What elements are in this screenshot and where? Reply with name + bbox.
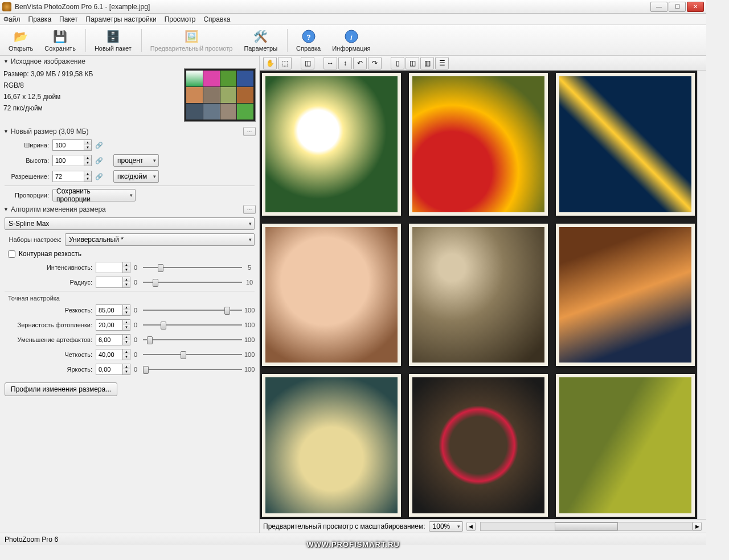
crisp-label: Четкость: bbox=[5, 351, 92, 358]
layout-1-icon[interactable]: ▯ bbox=[391, 57, 404, 69]
sharp-label: Резкость: bbox=[5, 307, 92, 314]
radius-label: Радиус: bbox=[5, 279, 92, 286]
res-input[interactable] bbox=[52, 171, 84, 182]
options-button[interactable]: … bbox=[243, 205, 256, 214]
params-button[interactable]: 🛠️Параметры bbox=[239, 27, 282, 53]
crisp-input[interactable] bbox=[96, 349, 123, 360]
source-header[interactable]: ▼Исходное изображение bbox=[0, 56, 259, 67]
grain-slider[interactable] bbox=[143, 319, 242, 331]
vivid-input[interactable] bbox=[96, 364, 123, 375]
save-button[interactable]: 💾Сохранить bbox=[39, 27, 81, 53]
width-input[interactable] bbox=[52, 139, 84, 151]
rotate-cw-icon[interactable]: ↷ bbox=[368, 57, 382, 69]
tools-icon: 🛠️ bbox=[253, 28, 269, 44]
radius-spinner[interactable]: ▲▼ bbox=[122, 277, 130, 288]
res-label: Разрешение: bbox=[5, 173, 49, 180]
menu-help[interactable]: Справка bbox=[203, 15, 230, 23]
batch-button[interactable]: 🗄️Новый пакет bbox=[89, 27, 137, 53]
link-icon[interactable]: 🔗 bbox=[94, 171, 104, 182]
width-spinner[interactable]: ▲▼ bbox=[84, 139, 92, 151]
rotate-ccw-icon[interactable]: ↶ bbox=[353, 57, 367, 69]
photo-thumbnail bbox=[409, 374, 548, 517]
layout-2-icon[interactable]: ◫ bbox=[406, 57, 419, 69]
help-icon: ? bbox=[301, 28, 317, 44]
aspect-combo[interactable]: Сохранить пропорции bbox=[52, 189, 136, 201]
sharp-slider[interactable] bbox=[143, 304, 242, 316]
menu-view[interactable]: Просмотр bbox=[165, 15, 196, 23]
source-thumbnail[interactable] bbox=[184, 68, 256, 122]
crisp-spinner[interactable]: ▲▼ bbox=[122, 349, 130, 360]
crisp-slider[interactable] bbox=[143, 349, 242, 360]
profiles-button[interactable]: Профили изменения размера... bbox=[5, 382, 117, 396]
menu-params[interactable]: Параметры настройки bbox=[86, 15, 157, 23]
photo-thumbnail bbox=[262, 73, 401, 216]
res-spinner[interactable]: ▲▼ bbox=[84, 171, 92, 182]
fine-header: Точная настройка bbox=[0, 293, 259, 303]
photo-thumbnail bbox=[409, 224, 548, 367]
intensity-spinner[interactable]: ▲▼ bbox=[122, 262, 130, 273]
layout-4-icon[interactable]: ☰ bbox=[435, 57, 449, 69]
link-icon[interactable]: 🔗 bbox=[94, 155, 104, 166]
contour-label: Контурная резкость bbox=[19, 250, 81, 258]
height-input[interactable] bbox=[52, 155, 84, 166]
height-spinner[interactable]: ▲▼ bbox=[84, 155, 92, 166]
minimize-button[interactable]: — bbox=[650, 2, 667, 12]
res-unit-combo[interactable]: пкс/дюйм bbox=[113, 170, 159, 183]
photo-thumbnail bbox=[556, 224, 695, 367]
artifact-slider[interactable] bbox=[143, 334, 242, 345]
menu-file[interactable]: Файл bbox=[3, 15, 21, 23]
photo-thumbnail bbox=[262, 374, 401, 517]
vertical-scrollbar[interactable] bbox=[697, 71, 706, 519]
source-res: 72 пкс/дюйм bbox=[3, 102, 93, 114]
titlebar: BenVista PhotoZoom Pro 6.1 - [example.jp… bbox=[0, 0, 706, 14]
collapse-icon: ▼ bbox=[3, 59, 9, 64]
grain-spinner[interactable]: ▲▼ bbox=[122, 319, 130, 331]
intensity-slider[interactable] bbox=[143, 262, 242, 273]
algo-header[interactable]: ▼Алгоритм изменения размера… bbox=[0, 203, 259, 216]
hand-tool-icon[interactable]: ✋ bbox=[263, 57, 277, 69]
aspect-label: Пропорции: bbox=[5, 192, 49, 199]
options-button[interactable]: … bbox=[243, 127, 256, 136]
preview-canvas[interactable] bbox=[260, 71, 697, 519]
artifact-spinner[interactable]: ▲▼ bbox=[122, 334, 130, 345]
preset-combo[interactable]: Универсальный * bbox=[65, 233, 255, 246]
size-unit-combo[interactable]: процент bbox=[113, 154, 159, 167]
grain-input[interactable] bbox=[96, 319, 123, 331]
menu-edit[interactable]: Правка bbox=[28, 15, 52, 23]
help-button[interactable]: ?Справка bbox=[291, 27, 326, 53]
link-icon[interactable]: 🔗 bbox=[94, 140, 104, 150]
artifact-input[interactable] bbox=[96, 334, 123, 345]
scroll-left-icon[interactable]: ◀ bbox=[466, 522, 476, 531]
svg-text:?: ? bbox=[306, 34, 310, 42]
open-button[interactable]: 📂Открыть bbox=[3, 27, 38, 53]
vivid-slider[interactable] bbox=[143, 364, 242, 375]
horizontal-scrollbar[interactable] bbox=[480, 522, 693, 531]
status-text: PhotoZoom Pro 6 bbox=[5, 536, 58, 543]
newsize-header[interactable]: ▼Новый размер (3,09 МБ)… bbox=[0, 125, 259, 138]
toolbar: 📂Открыть 💾Сохранить 🗄️Новый пакет 🖼️Пред… bbox=[0, 25, 706, 56]
preview-button[interactable]: 🖼️Предварительный просмотр bbox=[145, 27, 238, 53]
info-button[interactable]: iИнформация bbox=[327, 27, 375, 53]
zoom-combo[interactable]: 100% bbox=[429, 521, 463, 532]
maximize-button[interactable]: ☐ bbox=[669, 2, 686, 12]
menu-batch[interactable]: Пакет bbox=[59, 15, 77, 23]
sharp-input[interactable] bbox=[96, 304, 123, 316]
source-mode: RGB/8 bbox=[3, 80, 93, 91]
radius-input[interactable] bbox=[96, 277, 123, 288]
sharp-spinner[interactable]: ▲▼ bbox=[122, 304, 130, 316]
vivid-spinner[interactable]: ▲▼ bbox=[122, 364, 130, 375]
folder-open-icon: 📂 bbox=[13, 28, 29, 44]
contour-checkbox[interactable] bbox=[8, 250, 15, 258]
crop-tool-icon[interactable]: ◫ bbox=[301, 57, 314, 69]
intensity-input[interactable] bbox=[96, 262, 123, 273]
close-button[interactable]: ✕ bbox=[687, 2, 704, 12]
select-tool-icon[interactable]: ⬚ bbox=[278, 57, 292, 69]
flip-v-icon[interactable]: ↕ bbox=[338, 57, 352, 69]
method-combo[interactable]: S-Spline Max bbox=[5, 217, 255, 230]
scroll-right-icon[interactable]: ▶ bbox=[693, 522, 702, 531]
preview-icon: 🖼️ bbox=[183, 28, 199, 44]
app-icon bbox=[2, 2, 11, 11]
layout-3-icon[interactable]: ▥ bbox=[420, 57, 434, 69]
flip-h-icon[interactable]: ↔ bbox=[323, 57, 337, 69]
radius-slider[interactable] bbox=[143, 277, 242, 288]
